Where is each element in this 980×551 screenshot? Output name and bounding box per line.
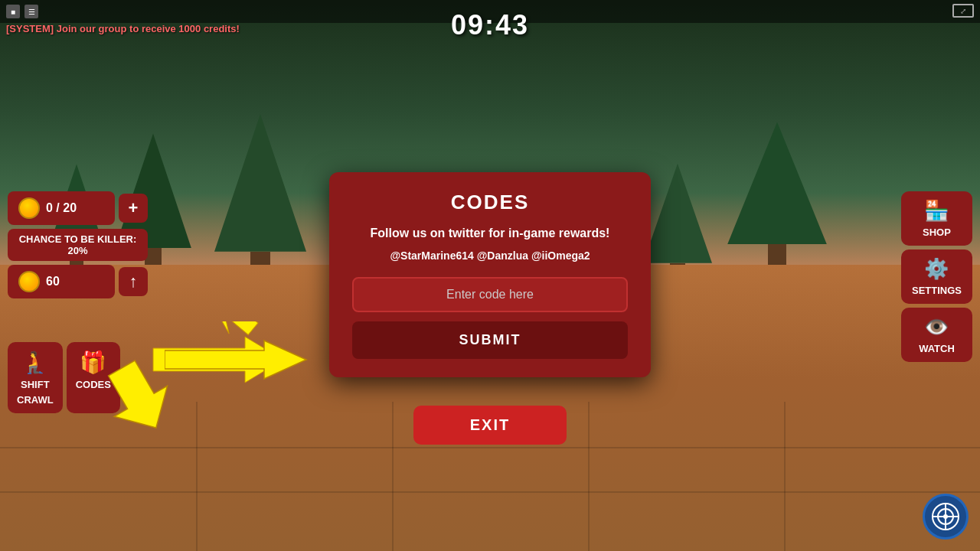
svg-marker-3 xyxy=(107,360,182,429)
shift-crawl-button[interactable]: 🧎 SHIFT CRAWL xyxy=(8,342,63,413)
coin-icon xyxy=(18,197,40,219)
crawl-icon: 🧎 xyxy=(21,350,48,375)
settings-label: SETTINGS xyxy=(912,285,962,296)
chance-display: CHANCE TO BE KILLER: 20% xyxy=(8,229,148,261)
top-right-control: ⤢ xyxy=(952,4,974,18)
watch-icon: 👁️ xyxy=(924,315,949,339)
system-message: [SYSTEM] Join our group to receive 1000 … xyxy=(6,23,240,34)
exit-button[interactable]: EXIT xyxy=(413,406,567,445)
tree-4 xyxy=(727,122,827,286)
shift-label: SHIFT xyxy=(21,379,50,390)
credits-value: 60 xyxy=(46,275,60,289)
window-icon-2: ☰ xyxy=(24,5,38,18)
left-panel: 0 / 20 + CHANCE TO BE KILLER: 20% 60 ↑ xyxy=(8,191,148,298)
modal-title: CODES xyxy=(352,191,628,214)
codes-modal: CODES Follow us on twitter for in-game r… xyxy=(329,172,651,377)
watch-label: WATCH xyxy=(919,343,955,354)
expand-button[interactable]: ⤢ xyxy=(952,4,974,18)
chance-value: 20% xyxy=(18,245,137,256)
upgrade-button[interactable]: ↑ xyxy=(119,267,148,296)
right-panel: 🏪 SHOP ⚙️ SETTINGS 👁️ WATCH xyxy=(901,191,972,362)
code-input[interactable] xyxy=(352,277,628,312)
chance-label: CHANCE TO BE KILLER: xyxy=(18,233,137,245)
credit-coin-icon xyxy=(18,271,40,292)
coins-row: 0 / 20 + xyxy=(8,191,148,225)
down-left-arrow-indicator xyxy=(107,360,207,429)
codes-label: CODES xyxy=(76,379,111,390)
coins-display: 0 / 20 xyxy=(8,191,115,225)
logo-icon xyxy=(931,502,960,531)
crawl-label: CRAWL xyxy=(17,394,54,406)
add-coins-button[interactable]: + xyxy=(119,194,148,223)
settings-icon: ⚙️ xyxy=(924,257,949,281)
plus-icon: + xyxy=(129,198,139,218)
svg-point-8 xyxy=(943,514,948,519)
modal-subtitle: Follow us on twitter for in-game rewards… xyxy=(352,225,628,242)
twitter-handles: @StarMarine614 @Danzlua @iiOmega2 xyxy=(352,249,628,262)
bottom-left-buttons: 🧎 SHIFT CRAWL 🎁 CODES xyxy=(8,342,120,413)
game-logo xyxy=(923,494,969,540)
window-icon-1: ■ xyxy=(6,5,20,18)
game-timer: 09:43 xyxy=(451,9,529,41)
coins-value: 0 / 20 xyxy=(46,201,77,215)
shop-icon: 🏪 xyxy=(924,199,949,223)
credits-display: 60 xyxy=(8,265,115,298)
shop-button[interactable]: 🏪 SHOP xyxy=(901,191,972,246)
shop-label: SHOP xyxy=(923,227,951,238)
codes-icon: 🎁 xyxy=(80,350,106,375)
settings-button[interactable]: ⚙️ SETTINGS xyxy=(901,249,972,304)
watch-button[interactable]: 👁️ WATCH xyxy=(901,308,972,362)
submit-button[interactable]: SUBMIT xyxy=(352,321,628,359)
credits-row: 60 ↑ xyxy=(8,265,148,298)
